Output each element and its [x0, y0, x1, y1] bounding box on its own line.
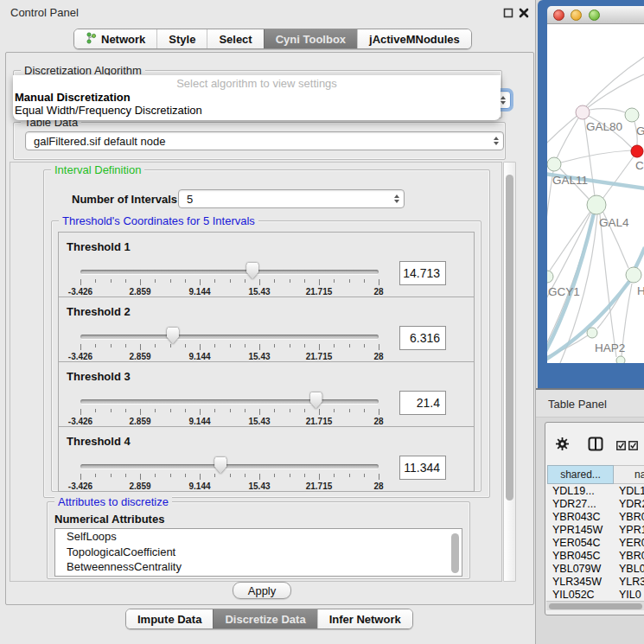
scrollbar-thumb[interactable] [506, 175, 513, 501]
panel-vertical-scrollbar[interactable] [503, 162, 516, 582]
cell-name[interactable]: YIL0 [619, 589, 641, 601]
cell-shared-name[interactable]: YIL052C [552, 589, 595, 601]
checkboxes-icon[interactable] [616, 438, 639, 454]
network-node-hap2[interactable] [587, 328, 597, 338]
numerical-attributes-list[interactable]: SelfLoopsTopologicalCoefficientBetweenne… [54, 528, 462, 577]
network-window-titlebar[interactable] [547, 6, 644, 24]
cell-shared-name[interactable]: YBR043C [552, 511, 601, 523]
combo-stepper-icon [501, 96, 506, 105]
table-row[interactable]: YDR27...YDR2 [547, 498, 644, 511]
close-icon[interactable] [518, 7, 530, 19]
number-of-intervals-combobox[interactable]: 5 [178, 189, 405, 208]
network-node-gal80[interactable] [576, 105, 590, 119]
column-header-shared-name[interactable]: shared... [547, 465, 614, 484]
network-node-h[interactable] [626, 267, 641, 283]
attribute-list-item[interactable]: SelfLoops [55, 529, 462, 545]
cell-name[interactable]: YBL0 [619, 563, 644, 575]
cell-shared-name[interactable]: YDR27... [552, 498, 596, 510]
cell-name[interactable]: YLR3 [619, 576, 644, 588]
tab-jactivemnodules[interactable]: jActiveMNodules [357, 29, 471, 48]
slider-handle[interactable] [214, 457, 226, 474]
dropdown-option-manual-discretization[interactable]: Manual Discretization [13, 91, 501, 104]
gear-icon[interactable] [555, 437, 570, 455]
list-scrollbar-thumb[interactable] [451, 533, 459, 573]
cell-shared-name[interactable]: YLR345W [552, 576, 602, 588]
cell-shared-name[interactable]: YBR045C [552, 550, 601, 562]
cell-name[interactable]: YER0 [619, 537, 644, 549]
scrollbar-thumb[interactable] [549, 603, 642, 609]
cell-name[interactable]: YPR1 [619, 524, 644, 536]
cell-name[interactable]: YDR2 [619, 498, 644, 510]
slider-tick [155, 279, 156, 283]
threshold-value-field[interactable] [399, 261, 446, 285]
slider-tick [80, 474, 81, 480]
network-edge[interactable] [561, 150, 631, 163]
network-edge[interactable] [635, 247, 644, 268]
slider-track[interactable] [80, 335, 379, 339]
cell-name[interactable]: YBR0 [619, 511, 644, 523]
table-row[interactable]: YPR145WYPR1 [547, 524, 644, 537]
network-canvas[interactable]: GAL80GACGAL11GAL4GCY1HHAP2 [547, 24, 644, 363]
cell-shared-name[interactable]: YDL19... [552, 485, 595, 497]
columns-icon[interactable] [588, 437, 603, 455]
network-node-ga[interactable] [625, 108, 639, 122]
tab-network[interactable]: Network [74, 29, 156, 48]
network-node-gal4[interactable] [587, 195, 606, 214]
threshold-slider[interactable]: -3.4262.8599.14415.4321.71528 [80, 332, 379, 361]
table-row[interactable]: YIL052CYIL0 [547, 589, 644, 602]
network-edge[interactable] [550, 210, 591, 271]
dropdown-option-equal-width-frequency[interactable]: Equal Width/Frequency Discretization [13, 104, 501, 117]
close-traffic-light-icon[interactable] [553, 10, 564, 21]
tab-select[interactable]: Select [207, 29, 263, 48]
tab-infer-network[interactable]: Infer Network [317, 609, 412, 628]
threshold-value-field[interactable] [399, 326, 446, 350]
slider-track[interactable] [80, 399, 379, 404]
cell-shared-name[interactable]: YPR145W [552, 524, 603, 536]
tab-style[interactable]: Style [156, 29, 207, 48]
table-row[interactable]: YDL19...YDL1 [547, 485, 644, 498]
network-node-gal11[interactable] [547, 157, 561, 171]
threshold-slider[interactable]: -3.4262.8599.14415.4321.71528 [80, 462, 379, 491]
table-row[interactable]: YBR045CYBR0 [547, 550, 644, 563]
table-row[interactable]: YBR043CYBR0 [547, 511, 644, 524]
cell-name[interactable]: YBR0 [619, 550, 644, 562]
cell-shared-name[interactable]: YER054C [552, 537, 601, 549]
threshold-row-4: Threshold 4-3.4262.8599.14415.4321.71528 [58, 426, 475, 492]
slider-handle[interactable] [167, 328, 179, 344]
table-data-combobox[interactable]: galFiltered.sif default node [25, 131, 504, 150]
tab-discretize-data[interactable]: Discretize Data [213, 609, 316, 628]
slider-tick-label: 28 [373, 417, 383, 426]
threshold-value-field[interactable] [399, 391, 446, 415]
slider-track[interactable] [80, 464, 379, 469]
table-row[interactable]: YER054CYER0 [547, 537, 644, 550]
zoom-traffic-light-icon[interactable] [589, 10, 600, 21]
slider-handle[interactable] [246, 263, 258, 279]
network-node-gcy1[interactable] [547, 271, 553, 283]
tab-cyni-toolbox[interactable]: Cyni Toolbox [264, 29, 357, 48]
network-edge[interactable] [586, 57, 644, 106]
network-edge[interactable] [590, 109, 625, 112]
threshold-slider[interactable]: -3.4262.8599.14415.4321.71528 [80, 267, 379, 296]
cell-shared-name[interactable]: YBL079W [552, 563, 601, 575]
attribute-list-item[interactable]: TopologicalCoefficient [55, 545, 462, 560]
network-edge[interactable] [603, 156, 634, 199]
minimize-traffic-light-icon[interactable] [571, 10, 582, 21]
table-horizontal-scrollbar[interactable] [546, 601, 644, 610]
slider-tick-label: 21.715 [306, 417, 333, 426]
combo-stepper-icon [394, 194, 399, 203]
attribute-list-item[interactable]: BetweennessCentrality [55, 559, 462, 575]
apply-button[interactable]: Apply [233, 582, 291, 599]
cell-name[interactable]: YDL1 [619, 485, 644, 497]
threshold-value-field[interactable] [399, 456, 446, 480]
table-row[interactable]: YLR345WYLR3 [547, 576, 644, 589]
float-icon[interactable] [502, 7, 514, 19]
tab-impute-data[interactable]: Impute Data [126, 609, 213, 628]
network-node[interactable] [616, 356, 625, 363]
slider-track[interactable] [80, 270, 379, 274]
column-header-name[interactable]: na [614, 465, 644, 484]
slider-handle[interactable] [310, 392, 322, 409]
table-row[interactable]: YBL079WYBL0 [547, 563, 644, 576]
threshold-slider[interactable]: -3.4262.8599.14415.4321.71528 [80, 397, 379, 426]
node-label: GAL80 [586, 120, 622, 133]
network-node-c[interactable] [631, 145, 643, 157]
